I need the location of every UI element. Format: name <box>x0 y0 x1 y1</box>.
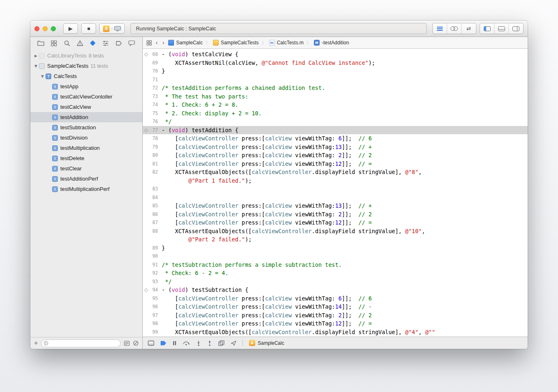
test-tree-item[interactable]: ttestSubtraction <box>30 122 142 133</box>
code-line[interactable]: 76 */ <box>143 117 528 126</box>
test-tree-item[interactable]: ttestDivision <box>30 133 142 143</box>
filter-scope-icon[interactable] <box>124 341 130 346</box>
code-line[interactable]: 75 * 2. Check: display + 2 = 10. <box>143 109 528 118</box>
code-line[interactable]: 85 [calcViewController press:[calcView v… <box>143 202 528 210</box>
simulate-location-icon[interactable] <box>231 340 236 346</box>
line-number: 68 <box>149 50 162 59</box>
code-line[interactable]: 99 XCTAssertEqualObjects([calcViewContro… <box>143 328 528 337</box>
breakpoints-toggle-icon[interactable] <box>160 341 167 346</box>
test-marker-icon[interactable]: ◇ <box>143 50 149 59</box>
code-line[interactable]: 91/* testSubtraction performs a simple s… <box>143 261 528 269</box>
jump-bar-crumb[interactable]: SampleCalcTests <box>213 40 259 46</box>
test-tree-item[interactable]: ttestDelete <box>30 153 142 163</box>
test-tree-item[interactable]: ttestCalcView <box>30 102 142 112</box>
jump-bar-crumb[interactable]: SampleCalc <box>168 40 203 46</box>
code-line[interactable]: ◇77- (void) testAddition { <box>143 126 528 135</box>
issue-navigator-icon[interactable] <box>75 39 85 48</box>
standard-editor-button[interactable] <box>433 23 447 34</box>
test-tree-item[interactable]: ▼SampleCalcTests11 tests <box>30 61 142 71</box>
go-forward-button[interactable]: › <box>162 39 166 46</box>
code-line[interactable]: 84 <box>143 193 528 202</box>
code-line[interactable]: 87 [calcViewController press:[calcView v… <box>143 218 528 227</box>
code-line[interactable]: 71 <box>143 76 528 84</box>
test-count-label: 8 tests <box>89 53 104 59</box>
code-line[interactable]: 70} <box>143 67 528 76</box>
add-button[interactable]: + <box>34 340 38 346</box>
debug-target[interactable]: A SampleCalc <box>249 340 284 346</box>
code-line[interactable]: @"Part 1 failed."); <box>143 177 528 185</box>
project-navigator-icon[interactable] <box>37 39 46 48</box>
code-line[interactable]: 81 [calcViewController press:[calcView v… <box>143 160 528 168</box>
code-line[interactable]: 96 [calcViewController press:[calcView v… <box>143 303 528 311</box>
code-line[interactable]: 74 * 1. Check: 6 + 2 = 8. <box>143 101 528 109</box>
code-line[interactable]: @"Part 2 failed."); <box>143 235 528 244</box>
toggle-navigator-button[interactable] <box>480 23 494 34</box>
show-failed-tests-icon[interactable] <box>133 340 139 346</box>
test-tree-item[interactable]: ▶CalcLibraryTests8 tests <box>30 50 142 61</box>
step-over-icon[interactable] <box>183 340 190 346</box>
code-line[interactable]: 73 * The test has two parts: <box>143 92 528 101</box>
related-items-icon[interactable] <box>146 40 152 46</box>
test-tree-item[interactable]: ttestCalcViewContoller <box>30 92 142 102</box>
code-line[interactable]: 89} <box>143 244 528 252</box>
run-button[interactable]: ▶ <box>63 23 78 34</box>
code-line[interactable]: ◇94- (void) testSubtraction { <box>143 286 528 294</box>
jump-bar-crumb[interactable]: mCalcTests.m <box>269 40 304 46</box>
test-tree-item[interactable]: ttestAdditionPerf <box>30 174 142 184</box>
code-line[interactable]: 78 [calcViewController press:[calcView v… <box>143 134 528 143</box>
symbol-navigator-icon[interactable] <box>49 39 58 48</box>
disclosure-triangle-icon[interactable]: ▼ <box>39 74 46 78</box>
view-hierarchy-icon[interactable] <box>218 340 224 346</box>
code-line[interactable]: 92 * Check: 6 - 2 = 4. <box>143 269 528 277</box>
search-navigator-icon[interactable] <box>62 39 71 48</box>
report-navigator-icon[interactable] <box>127 39 136 48</box>
toggle-debug-area-button[interactable] <box>494 23 509 34</box>
code-line[interactable]: 95 [calcViewController press:[calcView v… <box>143 294 528 303</box>
code-line[interactable]: 82 XCTAssertEqualObjects([calcViewContro… <box>143 168 528 177</box>
test-marker-icon[interactable]: ◇ <box>143 126 149 135</box>
code-line[interactable]: 88 XCTAssertEqualObjects([calcViewContro… <box>143 227 528 236</box>
scheme-selector[interactable]: A › <box>99 23 125 34</box>
code-line[interactable]: 98 [calcViewController press:[calcView v… <box>143 319 528 328</box>
jump-bar-crumb[interactable]: M-testAddition <box>314 40 349 46</box>
gutter-spacer <box>143 84 149 92</box>
version-editor-button[interactable]: ⇄ <box>462 23 476 34</box>
code-line[interactable]: 72/* testAddition performs a chained add… <box>143 84 528 92</box>
step-into-icon[interactable] <box>196 340 201 346</box>
debug-navigator-icon[interactable] <box>101 39 110 48</box>
test-tree-item[interactable]: ttestClear <box>30 163 142 174</box>
test-tree-item[interactable]: ttestMultiplication <box>30 143 142 153</box>
source-editor[interactable]: ◇68- (void) testCalcView {69 XCTAssertNo… <box>143 49 528 337</box>
step-out-icon[interactable] <box>207 340 212 346</box>
code-line[interactable]: 69 XCTAssertNotNil(calcView, @"Cannot fi… <box>143 59 528 67</box>
code-line[interactable]: 79 [calcViewController press:[calcView v… <box>143 143 528 151</box>
code-line[interactable]: 86 [calcViewController press:[calcView v… <box>143 210 528 219</box>
code-line[interactable]: ◇68- (void) testCalcView { <box>143 50 528 59</box>
go-back-button[interactable]: ‹ <box>155 39 159 46</box>
code-text <box>162 76 528 84</box>
test-tree-item[interactable]: ttestMultiplicationPerf <box>30 184 142 194</box>
stop-button[interactable]: ■ <box>81 23 96 34</box>
test-marker-icon[interactable]: ◇ <box>143 286 149 294</box>
toggle-utilities-button[interactable] <box>509 23 523 34</box>
code-line[interactable]: 97 [calcViewController press:[calcView v… <box>143 311 528 320</box>
assistant-editor-button[interactable] <box>447 23 462 34</box>
code-line[interactable]: 90 <box>143 252 528 261</box>
test-tree-item[interactable]: ▼TCalcTests <box>30 71 142 81</box>
filter-field[interactable] <box>41 339 121 347</box>
code-line[interactable]: 80 [calcViewController press:[calcView v… <box>143 151 528 160</box>
test-navigator-icon[interactable] <box>88 39 97 48</box>
code-text: [calcViewController press:[calcView view… <box>162 294 528 303</box>
breakpoint-navigator-icon[interactable] <box>114 39 123 48</box>
test-tree-item[interactable]: ttestApp <box>30 81 142 92</box>
test-tree-item[interactable]: ttestAddition <box>30 112 142 122</box>
toggle-debug-area-icon[interactable] <box>148 340 154 346</box>
code-line[interactable]: 93 */ <box>143 277 528 286</box>
disclosure-triangle-icon[interactable]: ▼ <box>33 64 39 68</box>
zoom-button[interactable] <box>51 26 56 31</box>
close-button[interactable] <box>34 26 39 31</box>
disclosure-triangle-icon[interactable]: ▶ <box>33 54 39 58</box>
pause-icon[interactable] <box>173 341 176 346</box>
minimize-button[interactable] <box>43 26 48 31</box>
code-line[interactable]: 83 <box>143 185 528 193</box>
